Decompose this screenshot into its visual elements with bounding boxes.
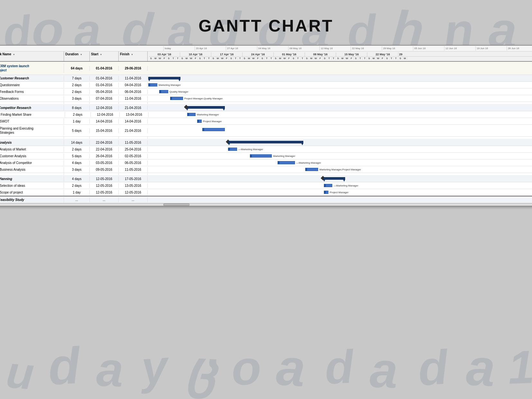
top-timeline-left: Start bbox=[0, 46, 164, 51]
scrollbar-track[interactable] bbox=[164, 204, 532, 206]
task-9-name: Planning and ExecutingStrategies bbox=[0, 126, 64, 135]
task-10-duration: 14 days bbox=[64, 140, 90, 145]
task-5-finish: 11-04-2016 bbox=[119, 96, 148, 101]
tl-date-2: 27 Apr 16 bbox=[226, 46, 257, 50]
task-16-name: Selection of ideas bbox=[0, 183, 64, 188]
task-8-gantt: Project Manager bbox=[148, 118, 532, 124]
task-7-start: 12-04-2016 bbox=[91, 112, 120, 117]
bar-12-label: Marketing Manager bbox=[273, 155, 295, 158]
top-timeline: Start today 20 Apr 16 27 Apr 16 04 May 1… bbox=[0, 46, 532, 51]
gantt-chart-container: Start today 20 Apr 16 27 Apr 16 04 May 1… bbox=[0, 45, 532, 206]
task-row-15[interactable]: − Planning 4 days 12-05-2016 17-05-2016 bbox=[0, 176, 532, 182]
task-15-finish: 17-05-2016 bbox=[119, 177, 148, 181]
bar-17-left bbox=[324, 191, 326, 194]
bar-3-left bbox=[148, 83, 150, 86]
bar-17-label: Project Manager bbox=[330, 191, 349, 194]
task-row-7[interactable]: Finding Market Share 2 days 12-04-2016 1… bbox=[0, 111, 532, 118]
bar-7-left bbox=[187, 113, 189, 116]
task-14-name: Business Analysis bbox=[0, 167, 64, 172]
task-row-1[interactable]: − CRM system launchproject 64 days 01-04… bbox=[0, 62, 532, 75]
bar-16-left bbox=[324, 184, 326, 187]
week-header-2: 17 Apr '16 bbox=[211, 52, 243, 56]
col-header-start[interactable]: Start ▼ bbox=[90, 51, 119, 61]
task-row-18[interactable]: − Feasibility Study ... ... ... → bbox=[0, 196, 532, 203]
tl-date-4: 08 May 16 bbox=[289, 46, 320, 50]
week-header-6: 15 May '16 bbox=[336, 52, 367, 56]
tl-date-6: 22 May 16 bbox=[351, 46, 382, 50]
task-3-gantt: Marketing Manager bbox=[148, 82, 532, 88]
task-2-name: − Customer Research bbox=[0, 76, 64, 81]
task-row-8[interactable]: SWOT 1 day 14-04-2016 14-04-2016 Project… bbox=[0, 118, 532, 125]
task-17-duration: 1 day bbox=[64, 190, 90, 195]
task-9-start: 15-04-2016 bbox=[90, 128, 119, 133]
tl-date-9: 12 Jun 16 bbox=[445, 46, 476, 50]
task-6-duration: 8 days bbox=[64, 105, 90, 110]
bar-9-left bbox=[202, 128, 204, 131]
top-timeline-dates: today 20 Apr 16 27 Apr 16 04 May 16 08 M… bbox=[164, 46, 532, 50]
day-headers-row: SMWFSTT SMWFSTT SMWFSTT SMWFSTT SMWFSTT … bbox=[149, 57, 532, 60]
col-header-task-name[interactable]: Task Name ▼ bbox=[0, 51, 64, 61]
task-row-10[interactable]: − Analysis 14 days 22-04-2016 11-05-2016 bbox=[0, 139, 532, 146]
finish-sort: ▼ bbox=[131, 53, 133, 56]
task-15-start: 12-05-2016 bbox=[90, 177, 119, 181]
scrollbar[interactable] bbox=[0, 203, 532, 206]
tl-date-7: 29 May 16 bbox=[382, 46, 413, 50]
task-12-finish: 02-05-2016 bbox=[119, 154, 148, 159]
bar-15-right-arrow bbox=[343, 180, 345, 182]
task-row-13[interactable]: Analysis of Competitor 4 days 03-05-2016… bbox=[0, 159, 532, 166]
task-3-duration: 2 days bbox=[64, 83, 90, 87]
task-15-duration: 4 days bbox=[64, 177, 90, 181]
task-2-gantt bbox=[148, 75, 532, 81]
task-4-name: Feedback Forms bbox=[0, 89, 64, 95]
task-13-gantt: —Marketing Manager bbox=[148, 159, 532, 166]
task-row-5[interactable]: Observations 3 days 07-04-2016 11-04-201… bbox=[0, 95, 532, 102]
col-header-finish[interactable]: Finish ▼ bbox=[119, 51, 148, 61]
bar-2 bbox=[148, 77, 180, 79]
scrollbar-thumb[interactable] bbox=[164, 204, 189, 206]
task-1-gantt bbox=[148, 62, 532, 75]
task-row-4[interactable]: Feedback Forms 2 days 05-04-2016 06-04-2… bbox=[0, 88, 532, 95]
task-11-duration: 2 days bbox=[64, 147, 90, 152]
task-16-duration: 2 days bbox=[64, 183, 90, 188]
task-12-start: 26-04-2016 bbox=[90, 154, 119, 159]
task-11-gantt: —Marketing Manager bbox=[148, 146, 532, 152]
task-10-name: − Analysis bbox=[0, 140, 64, 145]
task-11-finish: 25-04-2016 bbox=[119, 147, 148, 152]
task-row-11[interactable]: Analysis of Market 2 days 22-04-2016 25-… bbox=[0, 146, 532, 153]
task-8-start: 14-04-2016 bbox=[90, 119, 119, 124]
task-4-start: 05-04-2016 bbox=[90, 89, 119, 94]
task-row-16[interactable]: Selection of ideas 2 days 12-05-2016 13-… bbox=[0, 182, 532, 189]
task-row-3[interactable]: Questionnaire 2 days 01-04-2016 04-04-20… bbox=[0, 82, 532, 88]
task-1-finish: 29-06-2016 bbox=[119, 66, 148, 71]
bar-2-left-arrow bbox=[148, 79, 150, 81]
bar-10 bbox=[228, 141, 303, 143]
bar-13-label: —Marketing Manager bbox=[296, 161, 321, 164]
task-17-name: Scope of project bbox=[0, 190, 64, 195]
task-row-12[interactable]: Customer Analysis 5 days 26-04-2016 02-0… bbox=[0, 153, 532, 159]
task-row-14[interactable]: Business Analysis 3 days 09-05-2016 11-0… bbox=[0, 166, 532, 173]
task-17-start: 12-05-2016 bbox=[90, 190, 119, 195]
week-header-4: 01 May '16 bbox=[274, 52, 305, 56]
bar-4-left bbox=[159, 90, 161, 93]
col-header-duration[interactable]: Duration ▼ bbox=[64, 51, 90, 61]
tl-date-8: 05 Jun 16 bbox=[413, 46, 445, 50]
tl-date-10: 19 Jun 16 bbox=[476, 46, 507, 50]
task-7-gantt: Marketing Manager bbox=[149, 111, 532, 118]
task-7-name: Finding Market Share bbox=[0, 112, 65, 117]
task-row-6[interactable]: − Competitor Research 8 days 12-04-2016 … bbox=[0, 104, 532, 111]
bar-14-left bbox=[305, 168, 307, 171]
task-18-duration: ... bbox=[64, 197, 90, 202]
task-row-17[interactable]: Scope of project 1 day 12-05-2016 12-05-… bbox=[0, 189, 532, 196]
bar-10-right-arrow bbox=[301, 143, 303, 145]
task-15-gantt bbox=[148, 176, 532, 182]
columns-header: Task Mode ▼ Task Name ▼ Duration ▼ Start… bbox=[0, 51, 532, 62]
task-6-gantt bbox=[148, 104, 532, 111]
task-row-9[interactable]: Planning and ExecutingStrategies 5 days … bbox=[0, 125, 532, 137]
task-15-name: − Planning bbox=[0, 176, 64, 182]
bar-16-label: —Marketing Manager bbox=[334, 184, 358, 187]
tl-date-3: 04 May 16 bbox=[257, 46, 289, 50]
task-row-2[interactable]: − Customer Research 7 days 01-04-2016 11… bbox=[0, 75, 532, 82]
task-8-finish: 14-04-2016 bbox=[119, 119, 148, 124]
task-16-finish: 13-05-2016 bbox=[119, 183, 148, 188]
bar-6-right-arrow bbox=[223, 109, 225, 111]
